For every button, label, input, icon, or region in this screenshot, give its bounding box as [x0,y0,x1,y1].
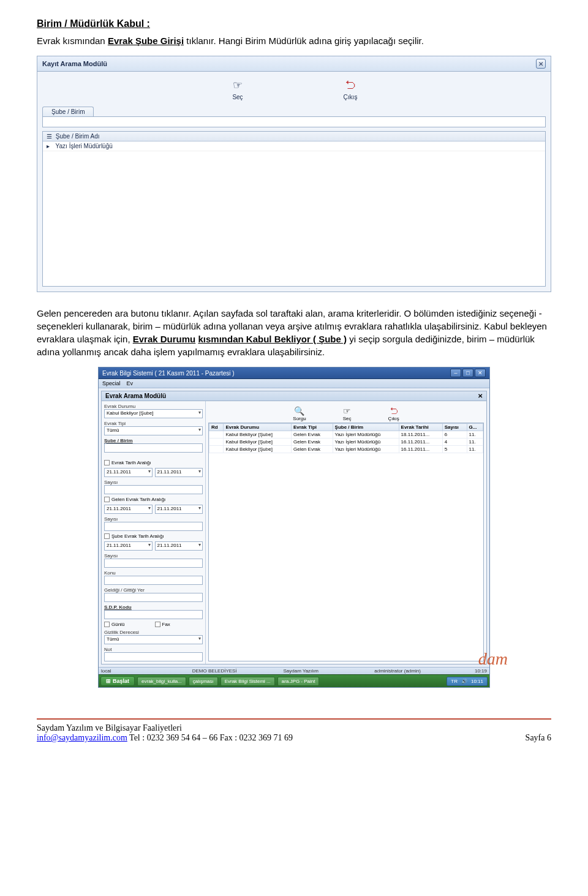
input-konu[interactable] [104,576,203,585]
table-cell: Yazı İşleri Müdürlüğü [333,439,399,446]
lbl-sube-tarih: Şube Evrak Tarih Aralığı [111,533,164,539]
checkbox-icon [104,460,110,465]
sec-button[interactable]: ☞ Seç [343,406,352,421]
p2-bold1: Evrak Durumu [133,334,196,344]
status-time: 10:19 [466,668,487,674]
table-cell: Gelen Evrak [291,446,333,453]
cikis-button[interactable]: ⮌ Çıkış [343,78,358,100]
table-cell: Yazı İşleri Müdürlüğü [333,446,399,453]
cikis-label: Çıkış [388,416,399,421]
start-button[interactable]: ⊞ Başlat [100,676,135,686]
window-titlebar: Kayıt Arama Modülü ✕ [37,56,551,72]
screenshot-kayit-arama: Kayıt Arama Modülü ✕ ☞ Seç ⮌ Çıkış Şube … [37,56,551,292]
module-titlebar: Evrak Arama Modülü ✕ [101,391,487,401]
input-sayisi-3[interactable] [104,559,203,568]
input-sayisi-1[interactable] [104,485,203,494]
taskbar-item[interactable]: Evrak Bilgi Sistemi ... [221,677,275,686]
table-row[interactable]: Kabul Bekliyor [Şube]Gelen EvrakYazı İşl… [209,439,483,446]
input-sdp[interactable] [104,610,203,619]
select-evrak-tipi[interactable]: Tümü [104,426,203,435]
page-footer: Saydam Yazılım ve Bilgisayar Faaliyetler… [37,723,551,743]
input-sube-birim[interactable] [104,443,203,453]
chk-gunlu[interactable]: Günlü [104,622,153,627]
minimize-icon[interactable]: – [450,369,461,377]
chk-evrak-tarih-araligi[interactable]: Evrak Tarih Aralığı [104,460,203,465]
footer-email-link[interactable]: info@saydamyazilim.com [37,733,127,742]
status-bar: local DEMO BELEDİYESİ Saydam Yazılım adm… [99,667,489,674]
chk-sube-tarih[interactable]: Şube Evrak Tarih Aralığı [104,533,203,539]
col-evrak-durumu[interactable]: Evrak Durumu [224,424,292,431]
lbl-not: Not [104,647,203,652]
input-geldigi[interactable] [104,593,203,602]
tab-sube-birim[interactable]: Şube / Birim [42,107,94,116]
maximize-icon[interactable]: □ [462,369,473,377]
footer-company: Saydam Yazılım ve Bilgisayar Faaliyetler… [37,723,293,733]
explain-paragraph: Gelen pencereden ara butonu tıklanır. Aç… [37,307,551,358]
tray-time: 10:11 [471,679,483,684]
col-sube-birim-adi: Şube / Birim Adı [56,133,100,140]
col-g[interactable]: G... [467,424,483,431]
module-close-icon[interactable]: ✕ [478,393,483,399]
select-evrak-durumu[interactable]: Kabul Bekliyor [Şube] [104,409,203,418]
table-cell: Yazı İşleri Müdürlüğü [333,431,399,439]
date-from-3[interactable]: 21.11.2011 [104,541,153,551]
lbl-gunlu: Günlü [111,622,124,627]
grid-row[interactable]: ▸ Yazı İşleri Müdürlüğü [43,141,545,151]
taskbar-item[interactable]: evrak_bilgi_kulla... [137,677,186,686]
status-admin: administrator (admin) [374,668,441,674]
chk-gelen-tarih[interactable]: Gelen Evrak Tarih Aralığı [104,497,203,502]
sorgu-button[interactable]: 🔍 Sorgu [293,406,306,421]
para1-pre: Evrak kısmından [37,36,108,46]
sec-label: Seç [232,94,243,100]
window-title: Kayıt Arama Modülü [42,60,107,67]
tray-sound-icon: 🔊 [461,679,467,684]
menu-special[interactable]: Special [102,380,121,386]
app-title: Evrak Bilgi Sistemi ( 21 Kasım 2011 - Pa… [102,370,235,377]
start-label: Başlat [113,678,129,684]
para1-post: tıklanır. Hangi Birim Müdürlük adına gir… [184,36,424,46]
table-cell: Kabul Bekliyor [Şube] [224,446,292,453]
table-row[interactable]: Kabul Bekliyor [Şube]Gelen EvrakYazı İşl… [209,446,483,453]
footer-tel: Tel : 0232 369 54 64 – 66 Fax : 0232 369… [127,733,293,742]
hand-icon: ☞ [230,78,245,92]
system-tray[interactable]: TR 🔊 10:11 [447,677,488,686]
sec-button[interactable]: ☞ Seç [230,78,245,100]
lbl-konu: Konu [104,570,203,576]
input-not[interactable] [104,652,203,661]
intro-paragraph: Evrak kısmından Evrak Şube Girişi tıklan… [37,34,551,47]
col-sayisi[interactable]: Sayısı [442,424,467,431]
select-gizlilik[interactable]: Tümü [104,635,203,644]
menu-bar: Special Ev [99,379,489,388]
cikis-button[interactable]: ⮌ Çıkış [388,406,399,421]
chk-fax[interactable]: Fax [155,622,203,627]
close-icon[interactable]: ✕ [536,59,546,69]
col-sube-birim[interactable]: Şube / Birim [333,424,399,431]
date-from-1[interactable]: 21.11.2011 [104,468,153,477]
footer-separator [37,718,551,720]
menu-ev[interactable]: Ev [127,380,134,386]
lbl-evrak-tipi: Evrak Tipi [104,421,203,426]
close-icon[interactable]: ✕ [475,369,486,377]
search-icon: 🔍 [294,406,304,416]
taskbar-item[interactable]: ara.JPG - Paint [277,677,320,686]
page-number: Sayfa 6 [526,733,551,743]
col-evrak-tipi[interactable]: Evrak Tipi [291,424,333,431]
date-to-3[interactable]: 21.11.2011 [155,541,203,551]
grid-header-row: Rd Evrak Durumu Evrak Tipi Şube / Birim … [209,424,483,431]
section-heading: Birim / Müdürlük Kabul : [37,18,551,29]
taskbar: ⊞ Başlat evrak_bilgi_kulla... çalışması … [99,674,489,687]
result-toolbar: 🔍 Sorgu ☞ Seç ⮌ Çıkış [208,404,484,423]
table-cell: 5 [442,446,467,453]
date-to-1[interactable]: 21.11.2011 [155,468,203,477]
input-sayisi-2[interactable] [104,522,203,531]
lbl-sayisi-2: Sayısı [104,516,203,522]
app-titlebar: Evrak Bilgi Sistemi ( 21 Kasım 2011 - Pa… [99,367,489,379]
taskbar-item[interactable]: çalışması [189,677,218,686]
col-evrak-tarihi[interactable]: Evrak Tarihi [399,424,442,431]
date-from-2[interactable]: 21.11.2011 [104,505,153,514]
date-to-2[interactable]: 21.11.2011 [155,505,203,514]
table-cell: Kabul Bekliyor [Şube] [224,439,292,446]
table-row[interactable]: Kabul Bekliyor [Şube]Gelen EvrakYazı İşl… [209,431,483,439]
checkbox-icon [155,622,160,627]
col-rd[interactable]: Rd [209,424,224,431]
